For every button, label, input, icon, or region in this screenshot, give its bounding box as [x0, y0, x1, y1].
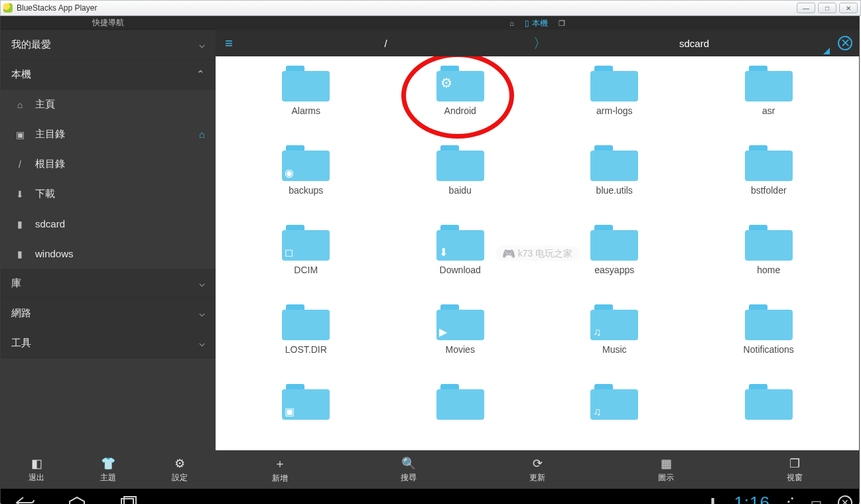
sidebar-section-network[interactable]: 網路⌵: [1, 298, 216, 328]
breadcrumb-separator-icon: 〉: [529, 34, 551, 52]
nav-recent-button[interactable]: [111, 493, 147, 504]
folder-arm-logs[interactable]: arm-logs: [590, 62, 638, 116]
sidebar-item-maindir[interactable]: ▣主目錄⌂: [1, 119, 216, 149]
folder-icon: [590, 66, 638, 101]
menu-button[interactable]: ≡: [216, 36, 242, 51]
tab-home[interactable]: ⌂: [504, 19, 519, 27]
sidebar-section-label: 我的最愛: [11, 38, 51, 51]
breadcrumb-seg-root[interactable]: /: [242, 38, 529, 49]
btn-label: 更新: [529, 472, 545, 483]
nav-close-button[interactable]: ✕: [838, 495, 852, 504]
fullscreen-icon[interactable]: ▭: [811, 495, 822, 504]
window-titlebar: BlueStacks App Player — □ ✕: [0, 0, 861, 16]
sidebar-item-home[interactable]: ⌂主頁: [1, 90, 216, 119]
window-close-button[interactable]: ✕: [839, 3, 858, 13]
sidebar-item-windows[interactable]: ▮windows: [1, 239, 216, 269]
sidebar-section-tools[interactable]: 工具⌵: [1, 328, 216, 358]
folder-item17[interactable]: [436, 380, 484, 424]
sidebar-item-download[interactable]: ⬇下載: [1, 179, 216, 209]
sidebar-section-favorites[interactable]: 我的最愛 ⌵: [1, 30, 216, 60]
sidebar-item-label: 主頁: [35, 98, 55, 111]
folder-download[interactable]: ⬇Download: [436, 221, 484, 275]
folder-alarms[interactable]: Alarms: [282, 62, 330, 116]
folder-item18[interactable]: ♫: [590, 380, 638, 424]
folder-icon: ▣: [282, 384, 330, 420]
download-status-icon[interactable]: ⬇: [708, 495, 718, 504]
folder-icon: [282, 66, 330, 101]
bluestacks-logo-icon: [3, 3, 13, 13]
sidebar: 我的最愛 ⌵ 本機 ⌃ ⌂主頁 ▣主目錄⌂ /根目錄 ⬇下載 ▮sdcard ▮…: [1, 30, 216, 450]
folder-badge-icon: ▣: [285, 405, 295, 418]
folder-label: asr: [762, 105, 775, 116]
folder-asr[interactable]: asr: [745, 62, 793, 116]
settings-button[interactable]: ⚙設定: [144, 450, 216, 489]
home-highlight-icon: ⌂: [199, 129, 205, 140]
grid-icon: ▣: [14, 129, 26, 140]
btn-label: 圖示: [658, 472, 674, 483]
window-maximize-button[interactable]: □: [818, 3, 836, 13]
gear-icon: ⚙: [440, 75, 452, 91]
folder-icon: [745, 66, 793, 101]
folder-lost-dir[interactable]: LOST.DIR: [282, 300, 330, 355]
folder-notifications[interactable]: Notifications: [744, 300, 794, 355]
breadcrumb-bar: ≡ / 〉 sdcard ✕: [216, 30, 859, 56]
android-navbar: ⬇ 1:16 ⠪ ▭ ✕: [1, 489, 859, 504]
sidebar-section-label: 本機: [11, 68, 31, 81]
folder-icon: [745, 304, 793, 340]
sidebar-section-local[interactable]: 本機 ⌃: [1, 60, 216, 90]
chevron-down-icon: ⌵: [199, 38, 205, 50]
refresh-button[interactable]: ⟳更新: [473, 450, 602, 489]
folder-dcim[interactable]: ◻DCIM: [282, 221, 330, 275]
folder-movies[interactable]: ▶Movies: [436, 300, 484, 355]
folder-backups[interactable]: ◉backups: [282, 141, 330, 196]
folder-home[interactable]: home: [745, 221, 793, 275]
view-button[interactable]: ▦圖示: [602, 450, 730, 489]
grid-icon: ▦: [661, 456, 672, 471]
new-button[interactable]: ＋新增: [216, 450, 344, 489]
exit-button[interactable]: ◧退出: [1, 450, 72, 489]
folder-label: Notifications: [744, 344, 794, 355]
folder-label: Download: [440, 265, 481, 275]
folder-music[interactable]: ♫Music: [590, 300, 638, 355]
folder-icon: [436, 384, 484, 420]
folder-grid: 🎮k73 电玩之家 Alarms⚙Androidarm-logsasr◉back…: [216, 56, 859, 450]
nav-home-button[interactable]: [59, 493, 95, 504]
window-button[interactable]: ❐視窗: [730, 450, 859, 489]
sidebar-item-root[interactable]: /根目錄: [1, 149, 216, 179]
fm-toolbar: ◧退出 👕主題 ⚙設定 ＋新增 🔍搜尋 ⟳更新 ▦圖示 ❐視窗: [1, 450, 859, 489]
folder-icon: [745, 145, 793, 181]
folder-badge-icon: ◉: [285, 166, 294, 179]
folder-label: LOST.DIR: [285, 344, 327, 355]
folder-bstfolder[interactable]: bstfolder: [745, 141, 793, 196]
folder-baidu[interactable]: baidu: [436, 141, 484, 196]
folder-icon: ⬇: [436, 225, 484, 261]
folder-android[interactable]: ⚙Android: [436, 62, 484, 116]
tab-local[interactable]: ▯本機: [519, 18, 553, 29]
breadcrumb-seg-sdcard[interactable]: sdcard: [551, 38, 838, 49]
dropdown-triangle-icon[interactable]: [823, 48, 830, 54]
window-minimize-button[interactable]: —: [797, 3, 815, 13]
folder-badge-icon: ▶: [439, 326, 447, 338]
svg-rect-0: [121, 499, 133, 504]
nav-back-button[interactable]: [7, 493, 43, 504]
sidebar-section-library[interactable]: 庫⌵: [1, 269, 216, 298]
sidebar-item-label: 根目錄: [35, 158, 65, 170]
tab-windows[interactable]: ❐: [553, 19, 570, 28]
folder-item16[interactable]: ▣: [282, 380, 330, 424]
folder-label: backups: [289, 185, 323, 196]
share-icon[interactable]: ⠪: [786, 495, 795, 504]
sidebar-item-sdcard[interactable]: ▮sdcard: [1, 209, 216, 239]
close-button[interactable]: ✕: [838, 36, 852, 50]
search-button[interactable]: 🔍搜尋: [344, 450, 473, 489]
folder-easyapps[interactable]: easyapps: [590, 221, 638, 275]
folder-label: arm-logs: [596, 105, 632, 116]
folder-blue-utils[interactable]: blue.utils: [590, 141, 638, 196]
sidebar-section-label: 庫: [11, 277, 21, 290]
folder-label: easyapps: [594, 265, 634, 275]
folder-badge-icon: ♫: [593, 326, 601, 338]
gear-icon: ⚙: [174, 456, 185, 471]
folder-item19[interactable]: [745, 380, 793, 424]
theme-button[interactable]: 👕主題: [72, 450, 144, 489]
folder-icon: [590, 145, 638, 181]
folder-icon: ♫: [590, 304, 638, 340]
